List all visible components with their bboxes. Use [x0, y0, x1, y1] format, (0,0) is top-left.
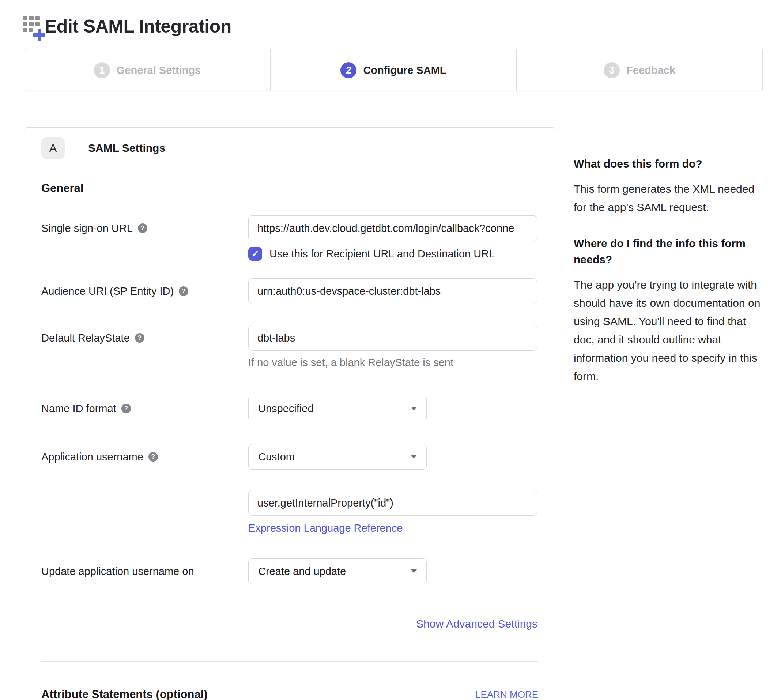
relay-state-input[interactable]: [248, 325, 537, 351]
update-username-value: Create and update: [258, 565, 346, 577]
relay-state-label-wrap: Default RelayState ?: [41, 325, 248, 351]
sso-url-label-wrap: Single sign-on URL ?: [41, 215, 248, 241]
recipient-url-checkbox[interactable]: ✓: [248, 247, 262, 261]
attribute-statements-header: Attribute Statements (optional) LEARN MO…: [41, 688, 538, 700]
custom-expression-label-spacer: [41, 490, 248, 516]
step-wizard: 1 General Settings 2 Configure SAML 3 Fe…: [24, 49, 763, 92]
application-username-label: Application username: [41, 451, 143, 463]
section-divider: [41, 661, 538, 662]
section-a-badge: A: [41, 137, 65, 159]
custom-expression-input[interactable]: [248, 490, 537, 516]
audience-uri-help-icon[interactable]: ?: [179, 287, 188, 296]
audience-uri-label: Audience URI (SP Entity ID): [41, 285, 174, 297]
show-advanced-settings-link[interactable]: Show Advanced Settings: [416, 618, 538, 630]
sso-url-label: Single sign-on URL: [41, 222, 133, 235]
application-username-help-icon[interactable]: ?: [148, 452, 158, 462]
chevron-down-icon: [411, 570, 417, 573]
sso-url-help-icon[interactable]: ?: [138, 223, 147, 233]
sso-url-row: Single sign-on URL ?: [41, 215, 538, 241]
update-username-label: Update application username on: [41, 565, 194, 577]
sso-checkbox-row: ✓ Use this for Recipient URL and Destina…: [248, 247, 538, 261]
step-1-label: General Settings: [117, 64, 201, 77]
application-username-value: Custom: [258, 451, 295, 463]
audience-uri-label-wrap: Audience URI (SP Entity ID) ?: [41, 278, 248, 304]
audience-uri-row: Audience URI (SP Entity ID) ?: [41, 278, 538, 304]
custom-expression-row: [41, 490, 538, 516]
step-3-label: Feedback: [626, 64, 675, 77]
update-username-select[interactable]: Create and update: [248, 558, 427, 584]
expression-link-row: Expression Language Reference: [248, 522, 538, 534]
help-panel: What does this form do? This form genera…: [574, 156, 764, 385]
content: A SAML Settings General Single sign-on U…: [0, 92, 781, 700]
relay-state-row: Default RelayState ?: [41, 325, 538, 351]
name-id-format-select[interactable]: Unspecified: [248, 396, 427, 421]
application-username-select[interactable]: Custom: [248, 444, 427, 470]
attribute-statements-title: Attribute Statements (optional): [41, 688, 208, 700]
application-username-row: Application username ? Custom: [41, 444, 538, 470]
recipient-url-checkbox-label: Use this for Recipient URL and Destinati…: [270, 248, 495, 260]
step-3-badge: 3: [604, 62, 620, 78]
name-id-format-value: Unspecified: [258, 403, 314, 415]
update-username-label-wrap: Update application username on: [41, 558, 248, 584]
saml-settings-card: A SAML Settings General Single sign-on U…: [24, 127, 555, 700]
name-id-format-label-wrap: Name ID format ?: [41, 396, 248, 421]
grid-plus-icon: [23, 16, 43, 37]
relay-state-help-icon[interactable]: ?: [135, 333, 145, 343]
page-header: Edit SAML Integration: [0, 0, 781, 40]
relay-state-label: Default RelayState: [41, 332, 130, 344]
help-question-2: Where do I find the info this form needs…: [574, 235, 764, 268]
step-general-settings[interactable]: 1 General Settings: [25, 49, 271, 91]
card-head: A SAML Settings: [41, 137, 538, 159]
advanced-settings-row: Show Advanced Settings: [41, 618, 538, 630]
name-id-format-help-icon[interactable]: ?: [122, 404, 131, 413]
step-1-badge: 1: [94, 62, 110, 78]
name-id-format-row: Name ID format ? Unspecified: [41, 396, 538, 421]
help-question-1: What does this form do?: [574, 156, 764, 172]
page-title: Edit SAML Integration: [45, 16, 231, 37]
chevron-down-icon: [411, 455, 417, 458]
update-username-row: Update application username on Create an…: [41, 558, 538, 584]
learn-more-link[interactable]: LEARN MORE: [475, 689, 538, 700]
sso-url-input[interactable]: [248, 215, 537, 241]
relay-state-hint: If no value is set, a blank RelayState i…: [248, 357, 538, 368]
general-section-heading: General: [41, 182, 538, 195]
saml-settings-title: SAML Settings: [88, 142, 165, 154]
name-id-format-label: Name ID format: [41, 403, 116, 415]
step-2-badge: 2: [340, 62, 356, 78]
application-username-label-wrap: Application username ?: [41, 444, 248, 470]
audience-uri-input[interactable]: [248, 278, 537, 304]
help-answer-1: This form generates the XML needed for t…: [574, 180, 764, 217]
step-feedback[interactable]: 3 Feedback: [517, 49, 763, 91]
expression-language-reference-link[interactable]: Expression Language Reference: [248, 522, 403, 534]
step-2-label: Configure SAML: [363, 64, 446, 77]
chevron-down-icon: [411, 407, 417, 410]
step-configure-saml[interactable]: 2 Configure SAML: [271, 49, 517, 91]
help-answer-2: The app you're trying to integrate with …: [574, 276, 764, 385]
